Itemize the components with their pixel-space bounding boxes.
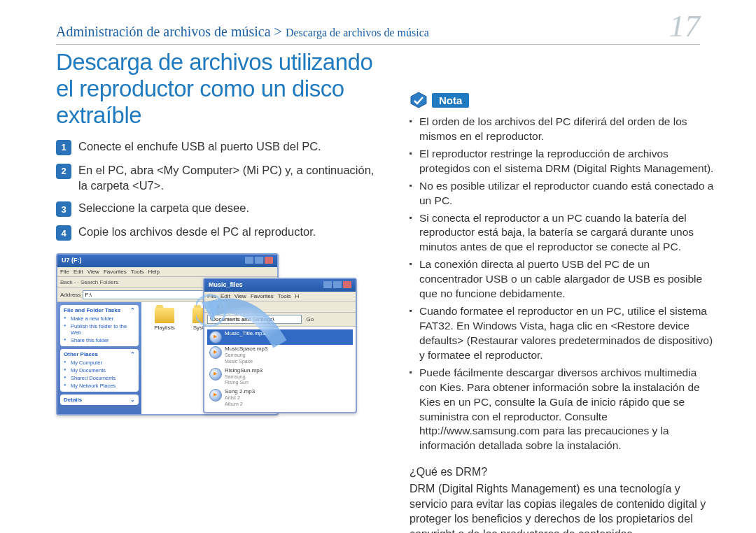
step-number: 3 (56, 201, 71, 217)
breadcrumb-main: Administración de archivos de música (56, 24, 271, 39)
note-label: Nota (432, 93, 469, 108)
page-header: Administración de archivos de música > D… (56, 14, 700, 45)
places-panel: Other Places⌃ My ComputerMy DocumentsSha… (60, 349, 139, 392)
menu-bar: FileEditViewFavoritesToolsHelp (57, 267, 277, 277)
note-item: Puede fácilmente descargar diversos arch… (410, 366, 714, 454)
step: 1Conecte el enchufe USB al puerto USB de… (56, 138, 378, 155)
menu-item: File (60, 269, 69, 275)
address-label: Address (60, 292, 80, 298)
step-number: 1 (56, 140, 71, 155)
note-item: El reproductor restringe la reproducción… (410, 147, 714, 176)
step-text: Conecte el enchufe USB al puerto USB del… (78, 138, 378, 154)
close-icon (343, 281, 351, 288)
right-column: Nota El orden de los archivos del PC dif… (410, 91, 714, 533)
max-icon (255, 257, 263, 264)
menu-item: Help (148, 269, 159, 275)
steps-list: 1Conecte el enchufe USB al puerto USB de… (56, 138, 378, 241)
min-icon (245, 257, 253, 264)
file-name: Song 2.mp3Artist 2Album 2 (225, 389, 255, 407)
sidebar-task: Make a new folder (64, 315, 135, 322)
window-titlebar: U7 (F:) (57, 255, 277, 267)
step-text: En el PC, abra <My Computer> (Mi PC) y, … (78, 162, 378, 194)
step-text: Seleccione la carpeta que desee. (78, 200, 378, 215)
media-icon (209, 389, 222, 401)
step: 3Seleccione la carpeta que desee. (56, 200, 378, 217)
step-number: 4 (56, 225, 71, 241)
sidebar-place: My Computer (64, 359, 135, 367)
sidebar-task: Share this folder (64, 336, 135, 344)
page-number: 17 (669, 14, 700, 38)
max-icon (333, 281, 342, 288)
sidebar: File and Folder Tasks⌃ Make a new folder… (57, 302, 141, 414)
note-item: La conexión directa al puerto USB del PC… (410, 257, 714, 301)
note-item: Cuando formatee el reproductor en un PC,… (410, 304, 714, 363)
folder-item: Playlists (147, 308, 182, 331)
window-buttons (322, 281, 351, 290)
places-heading: Other Places (64, 351, 98, 357)
left-column: Descarga de archivos utilizando el repro… (56, 49, 378, 435)
sidebar-task: Publish this folder to the Web (64, 322, 135, 336)
window-title: U7 (F:) (62, 257, 82, 265)
menu-item: Edit (74, 269, 83, 275)
sidebar-place: My Documents (64, 367, 135, 374)
menu-item: Tools (131, 269, 144, 275)
tasks-heading: File and Folder Tasks (64, 307, 120, 313)
step: 2En el PC, abra <My Computer> (Mi PC) y,… (56, 162, 378, 194)
step: 4Copie los archivos desde el PC al repro… (56, 224, 378, 241)
note-cube-icon (410, 91, 428, 109)
screenshot-illustration: U7 (F:) FileEditViewFavoritesToolsHelp B… (56, 253, 364, 435)
section-title: Descarga de archivos utilizando el repro… (56, 49, 378, 129)
note-item: Si conecta el reproductor a un PC cuando… (410, 211, 714, 255)
file-item: Song 2.mp3Artist 2Album 2 (207, 388, 353, 408)
menu-item: H (295, 293, 299, 299)
step-number: 2 (56, 164, 71, 179)
tasks-panel: File and Folder Tasks⌃ Make a new folder… (60, 305, 139, 346)
go-button: Go (306, 316, 314, 322)
svg-marker-2 (411, 92, 426, 108)
sidebar-place: My Network Places (64, 382, 135, 390)
drm-body: DRM (Digital Rights Management) es una t… (410, 481, 714, 533)
folder-icon (155, 308, 174, 323)
note-item: No es posible utilizar el reproductor cu… (410, 179, 714, 208)
breadcrumb-sub: Descarga de archivos de música (286, 27, 429, 38)
details-panel: Details⌄ (60, 395, 139, 405)
drm-heading: ¿Qué es DRM? (410, 466, 714, 478)
menu-item: Favorites (104, 269, 127, 275)
menu-item: View (88, 269, 99, 275)
drag-arrow-icon (196, 288, 294, 372)
note-item: El orden de los archivos del PC diferirá… (410, 115, 714, 144)
sidebar-place: Shared Documents (64, 374, 135, 382)
breadcrumb-sep: > (274, 24, 282, 39)
note-header: Nota (410, 91, 714, 109)
min-icon (323, 281, 332, 288)
close-icon (265, 257, 273, 264)
note-list: El orden de los archivos del PC diferirá… (410, 115, 714, 453)
details-heading: Details (64, 397, 82, 403)
breadcrumb: Administración de archivos de música > D… (56, 24, 429, 40)
step-text: Copie los archivos desde el PC al reprod… (78, 224, 378, 239)
window-buttons (244, 257, 273, 265)
